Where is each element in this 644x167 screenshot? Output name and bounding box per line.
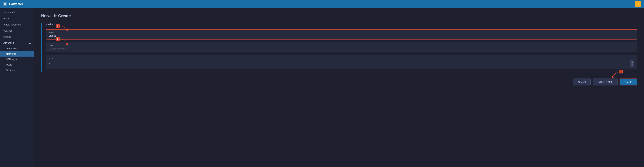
annotation-badge-3: 3 [619, 70, 623, 73]
create-button[interactable]: Create [620, 79, 637, 85]
form-footer: 3 Cancel Edit as YAML Create [41, 76, 637, 85]
type-field-container: 2 Type L2VlanNetwork [46, 42, 637, 52]
main-content: Network: Create Basics 1 [34, 8, 644, 167]
vlan-id-field[interactable]: Vlan ID 91 ⬡ [46, 55, 637, 69]
annotation-badge-2: 2 [56, 37, 60, 41]
chevron-up-icon: ▲ [29, 42, 31, 44]
sidebar-item-templates[interactable]: Templates [0, 46, 34, 51]
type-field-placeholder: L2VlanNetwork [49, 47, 634, 50]
edit-yaml-button[interactable]: Edit as YAML [592, 79, 618, 85]
ssh-keys-label: SSH Keys [6, 58, 17, 61]
sidebar-item-networks[interactable]: Networks [0, 51, 34, 57]
brand: Harvester [3, 2, 23, 7]
sidebar-item-virtual-machines[interactable]: Virtual Machines [0, 22, 34, 28]
name-field-value[interactable]: vlan91 [49, 34, 634, 37]
type-field[interactable]: Type L2VlanNetwork [46, 42, 637, 52]
lightning-icon: ⚡ [636, 2, 640, 6]
sidebar-item-volumes[interactable]: Volumes [0, 28, 34, 34]
annotation-3-wrapper: 3 [619, 70, 623, 73]
name-field-label: Name [49, 32, 634, 34]
name-field[interactable]: Name vlan91 [46, 29, 637, 40]
sidebar-item-users[interactable]: Users [0, 62, 34, 67]
vlan-id-label: Vlan ID [49, 57, 634, 59]
vlan-id-value[interactable]: 91 [49, 62, 52, 65]
type-field-label: Type [49, 44, 634, 46]
annotation-2-wrapper: 2 [56, 37, 60, 41]
images-label: Images [3, 36, 11, 38]
harvester-logo-icon [3, 2, 8, 7]
section-label: Basics [46, 23, 637, 26]
annotation-badge-1: 1 [56, 24, 60, 28]
volumes-label: Volumes [3, 29, 12, 32]
topbar: Harvester ⚡ [0, 0, 644, 8]
sidebar-group-advanced[interactable]: Advanced ▲ [0, 40, 34, 46]
page-title: Network: Create [41, 14, 637, 18]
sidebar-item-ssh-keys[interactable]: SSH Keys [0, 57, 34, 62]
networks-label: Networks [6, 53, 16, 55]
sidebar-item-images[interactable]: Images [0, 34, 34, 40]
advanced-group-label: Advanced [3, 42, 14, 44]
main-layout: Dashboard Hosts Virtual Machines Volumes… [0, 8, 644, 167]
vlan-id-field-row: 91 ⬡ [49, 60, 634, 67]
vlan-id-field-container: Vlan ID 91 ⬡ [46, 55, 637, 69]
sidebar-item-settings[interactable]: Settings [0, 67, 34, 73]
sidebar-item-dashboard[interactable]: Dashboard [0, 10, 34, 16]
dashboard-label: Dashboard [3, 11, 15, 14]
sidebar: Dashboard Hosts Virtual Machines Volumes… [0, 8, 34, 167]
name-field-container: 1 Name vlan91 [46, 29, 637, 40]
sidebar-item-hosts[interactable]: Hosts [0, 16, 34, 22]
annotation-1-wrapper: 1 [56, 24, 60, 28]
brand-label: Harvester [9, 2, 23, 6]
page-title-prefix: Network: [41, 14, 57, 18]
form-section-basics: Basics 1 Name vlan91 [41, 23, 637, 72]
virtual-machines-label: Virtual Machines [3, 23, 21, 26]
top-right-icon[interactable]: ⚡ [635, 1, 641, 7]
hosts-label: Hosts [3, 17, 10, 20]
section-indicator [41, 23, 42, 72]
settings-label: Settings [6, 69, 15, 71]
users-label: Users [6, 63, 12, 66]
templates-label: Templates [6, 47, 17, 50]
cancel-button[interactable]: Cancel [573, 79, 591, 85]
vlan-id-spinner[interactable]: ⬡ [630, 60, 634, 67]
page-title-action: Create [58, 14, 71, 18]
section-body: Basics 1 Name vlan91 [46, 23, 637, 72]
